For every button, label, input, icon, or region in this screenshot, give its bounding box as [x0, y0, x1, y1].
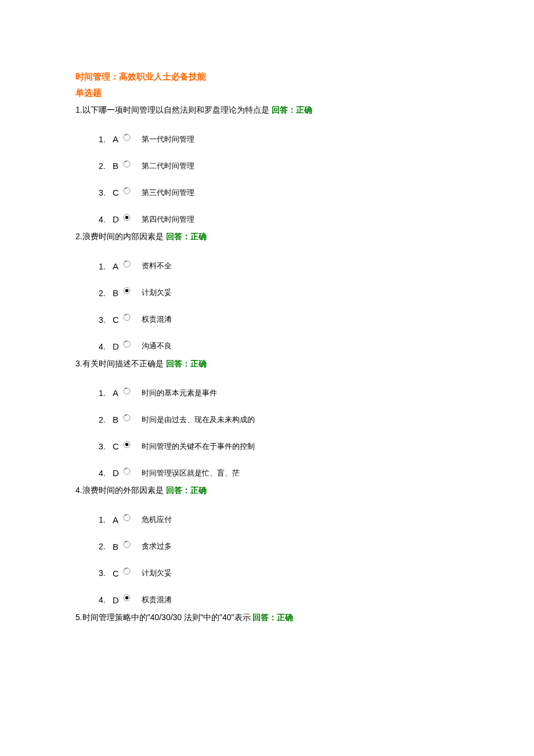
- option-text: 第一代时间管理: [142, 134, 194, 146]
- options-list: 1.A资料不全2.B计划欠妥3.C权责混淆4.D沟通不良: [99, 260, 459, 354]
- answer-status: 回答：正确: [166, 359, 207, 368]
- radio-button[interactable]: [123, 214, 140, 221]
- option-text: 沟通不良: [142, 340, 172, 352]
- option-letter: A: [113, 386, 123, 400]
- question-number: 4.: [75, 485, 82, 495]
- option-number: 4.: [99, 213, 113, 226]
- option-letter: B: [113, 286, 123, 300]
- radio-button[interactable]: [123, 134, 140, 141]
- radio-button[interactable]: [123, 187, 140, 195]
- svg-point-13: [125, 442, 129, 446]
- option-letter: D: [113, 213, 123, 226]
- option-item: 4.D时间管理误区就是忙、盲、茫: [99, 466, 459, 480]
- option-letter: B: [113, 413, 123, 427]
- option-letter: A: [113, 132, 123, 146]
- option-letter: A: [113, 513, 123, 527]
- radio-button[interactable]: [123, 441, 140, 448]
- page-title: 时间管理：高效职业人士必备技能: [75, 70, 459, 84]
- option-letter: C: [113, 313, 123, 327]
- option-text: 时间管理的关键不在于事件的控制: [142, 441, 255, 453]
- option-item: 3.C第三代时间管理: [99, 186, 459, 200]
- option-number: 1.: [99, 260, 113, 273]
- option-text: 权责混淆: [142, 314, 172, 326]
- option-item: 2.B时间是由过去、现在及未来构成的: [99, 413, 459, 427]
- answer-status: 回答：正确: [252, 613, 293, 622]
- option-item: 2.B贪求过多: [99, 540, 459, 554]
- option-item: 3.C权责混淆: [99, 313, 459, 327]
- option-number: 1.: [99, 133, 113, 146]
- questions-container: 1.以下哪一项时间管理以自然法则和罗盘理论为特点是 回答：正确1.A第一代时间管…: [75, 103, 459, 624]
- svg-point-7: [125, 289, 129, 293]
- option-letter: D: [113, 593, 123, 607]
- option-letter: C: [113, 567, 123, 581]
- option-text: 时间是由过去、现在及未来构成的: [142, 414, 255, 426]
- option-item: 2.B第二代时间管理: [99, 159, 459, 173]
- option-text: 资料不全: [142, 260, 172, 272]
- question-row: 5.时间管理策略中的"40/30/30 法则"中的"40"表示 回答：正确: [75, 611, 459, 624]
- option-number: 1.: [99, 513, 113, 526]
- option-number: 3.: [99, 314, 113, 326]
- option-number: 1.: [99, 387, 113, 399]
- radio-button[interactable]: [123, 314, 140, 321]
- question-number: 2.: [75, 232, 82, 241]
- svg-point-19: [125, 596, 129, 600]
- option-item: 1.A时间的基本元素是事件: [99, 386, 459, 400]
- question-row: 2.浪费时间的内部因素是 回答：正确: [75, 230, 459, 243]
- option-item: 2.B计划欠妥: [99, 286, 459, 300]
- option-number: 4.: [99, 340, 113, 353]
- question-text: 时间管理策略中的"40/30/30 法则"中的"40"表示: [82, 613, 251, 622]
- question-number: 1.: [75, 105, 82, 114]
- option-letter: C: [113, 440, 123, 453]
- option-letter: B: [113, 540, 123, 554]
- option-text: 第四代时间管理: [142, 214, 194, 226]
- radio-button[interactable]: [123, 414, 140, 422]
- option-item: 3.C时间管理的关键不在于事件的控制: [99, 440, 459, 453]
- radio-button[interactable]: [123, 541, 140, 548]
- option-item: 3.C计划欠妥: [99, 567, 459, 581]
- question-text: 浪费时间的内部因素是: [82, 232, 164, 241]
- option-letter: D: [113, 466, 123, 480]
- section-subtitle: 单选题: [75, 86, 459, 100]
- question-text: 以下哪一项时间管理以自然法则和罗盘理论为特点是: [82, 105, 269, 114]
- option-number: 4.: [99, 593, 113, 606]
- option-text: 第二代时间管理: [142, 160, 194, 172]
- option-text: 计划欠妥: [142, 567, 172, 579]
- options-list: 1.A时间的基本元素是事件2.B时间是由过去、现在及未来构成的3.C时间管理的关…: [99, 386, 459, 480]
- option-text: 时间的基本元素是事件: [142, 387, 217, 399]
- answer-status: 回答：正确: [166, 232, 207, 241]
- option-number: 2.: [99, 287, 113, 300]
- options-list: 1.A危机应付2.B贪求过多3.C计划欠妥4.D权责混淆: [99, 513, 459, 607]
- radio-button[interactable]: [123, 567, 140, 575]
- question-text: 有关时间描述不正确是: [82, 359, 164, 368]
- option-item: 1.A资料不全: [99, 260, 459, 273]
- option-number: 3.: [99, 567, 113, 579]
- option-number: 2.: [99, 413, 113, 426]
- radio-button[interactable]: [123, 594, 140, 602]
- option-number: 3.: [99, 440, 113, 453]
- option-text: 时间管理误区就是忙、盲、茫: [142, 467, 240, 480]
- question-row: 4.浪费时间的外部因素是 回答：正确: [75, 484, 459, 496]
- question-row: 1.以下哪一项时间管理以自然法则和罗盘理论为特点是 回答：正确: [75, 103, 459, 116]
- answer-status: 回答：正确: [272, 105, 312, 114]
- option-item: 4.D第四代时间管理: [99, 213, 459, 226]
- question-row: 3.有关时间描述不正确是 回答：正确: [75, 357, 459, 370]
- option-letter: D: [113, 340, 123, 354]
- radio-button[interactable]: [123, 260, 140, 268]
- option-text: 贪求过多: [142, 541, 172, 553]
- radio-button[interactable]: [123, 514, 140, 521]
- radio-button[interactable]: [123, 387, 140, 395]
- option-item: 1.A第一代时间管理: [99, 132, 459, 146]
- radio-button[interactable]: [123, 340, 140, 348]
- option-letter: C: [113, 186, 123, 200]
- option-text: 危机应付: [142, 514, 172, 526]
- option-text: 权责混淆: [142, 594, 172, 606]
- option-item: 1.A危机应付: [99, 513, 459, 527]
- radio-button[interactable]: [123, 160, 140, 168]
- radio-button[interactable]: [123, 467, 140, 475]
- option-letter: A: [113, 260, 123, 273]
- question-number: 3.: [75, 359, 82, 368]
- question-text: 浪费时间的外部因素是: [82, 485, 164, 495]
- option-number: 3.: [99, 186, 113, 199]
- option-number: 2.: [99, 540, 113, 553]
- radio-button[interactable]: [123, 287, 140, 294]
